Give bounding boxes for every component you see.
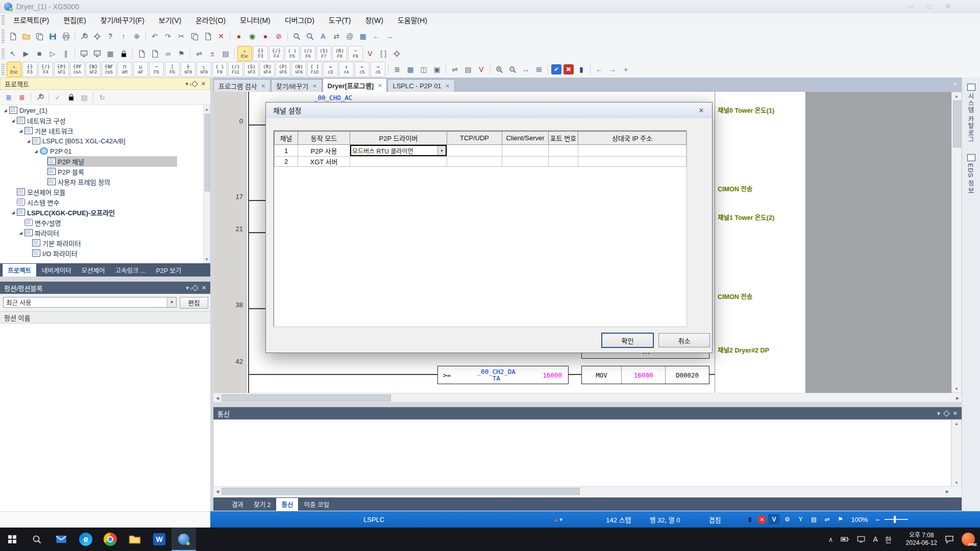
ladder-key-F3[interactable]: ┤├F3: [253, 46, 268, 61]
taskbar-xg5000-icon[interactable]: [172, 528, 196, 551]
menu-보기(V)[interactable]: 보기(V): [152, 13, 188, 27]
ladder-key-F4[interactable]: ┤/├F4: [38, 62, 53, 77]
ladder-key-sF1[interactable]: ┤P├sF1: [54, 62, 69, 77]
io-skip-icon[interactable]: ⇌: [192, 47, 206, 60]
gear-icon[interactable]: ⚙: [781, 514, 793, 524]
ladder-key-sF3[interactable]: (S)sF3: [244, 62, 259, 77]
menu-편집(E)[interactable]: 편집(E): [56, 13, 93, 27]
record2-red-icon[interactable]: ●: [259, 30, 272, 42]
link-icon[interactable]: ∞: [161, 47, 175, 60]
scroll-left-icon[interactable]: ◀: [213, 394, 222, 402]
panel-tab-P2P 보기[interactable]: P2P 보기: [151, 264, 186, 277]
wrench-icon[interactable]: [33, 91, 46, 104]
cell-mode[interactable]: XGT 서버: [298, 157, 350, 167]
monitor-green-icon[interactable]: ◉: [246, 30, 259, 42]
output-tab-결과[interactable]: 결과: [227, 498, 249, 511]
function-list[interactable]: [0, 323, 210, 511]
ladder-key-c3[interactable]: ↔c3: [323, 62, 338, 77]
ime-mode-a[interactable]: A: [873, 535, 877, 543]
output-tab-이중 코일[interactable]: 이중 코일: [299, 498, 334, 511]
chevron-down-icon[interactable]: ▼: [437, 146, 446, 155]
run-icon[interactable]: ▶: [19, 47, 33, 60]
drag-grip[interactable]: [2, 64, 5, 75]
ladder-key-csS[interactable]: ┤NFcsS: [102, 62, 116, 77]
save-icon[interactable]: [46, 30, 59, 42]
target-icon[interactable]: +: [619, 63, 632, 76]
scroll-thumb[interactable]: [205, 114, 210, 191]
fit-width-icon[interactable]: ↔: [519, 63, 532, 76]
drag-grip[interactable]: [2, 48, 5, 59]
scroll-up-icon[interactable]: ▲: [952, 420, 961, 427]
taskbar-clock[interactable]: 오후 7:08 2024-06-12: [906, 532, 937, 547]
v-monitor-icon[interactable]: V: [363, 47, 377, 60]
notification-icon[interactable]: [944, 534, 954, 544]
ladder-key-csA[interactable]: ┤PFcsA: [70, 62, 85, 77]
monitor-icon[interactable]: [77, 47, 90, 60]
function-category-select[interactable]: 최근 사용 ▼: [3, 297, 177, 308]
ladder-key-F5[interactable]: ( )F5: [285, 46, 300, 61]
doc-check-icon[interactable]: [135, 47, 148, 60]
tab-system-catalog[interactable]: 시스템 카탈로그: [966, 93, 975, 143]
tab-close-icon[interactable]: ✕: [446, 83, 450, 89]
module-icon[interactable]: ▤: [78, 91, 91, 104]
cell-remote-ip[interactable]: [578, 145, 687, 157]
tab-close-icon[interactable]: ✕: [261, 83, 265, 89]
comm-output-area[interactable]: [213, 419, 951, 487]
pin-icon[interactable]: [943, 410, 950, 417]
gear-icon[interactable]: [90, 30, 104, 42]
zoom-slider-thumb[interactable]: [894, 516, 896, 523]
scroll-up-icon[interactable]: ▲: [952, 92, 961, 99]
tree-item-변수/설명[interactable]: 변수/설명: [0, 217, 203, 228]
tree-item-기본 파라미터[interactable]: 기본 파라미터: [0, 238, 203, 248]
select-arrow-icon[interactable]: ↖: [6, 47, 19, 60]
ladder-key-c4[interactable]: ↕c4: [339, 62, 354, 77]
tree-item-네트워크 구성[interactable]: ◢네트워크 구성: [0, 115, 203, 126]
dock-menu-icon[interactable]: ▾: [185, 81, 188, 87]
back-icon[interactable]: ←: [370, 30, 383, 42]
dialog-title-bar[interactable]: 채널 설정: [266, 103, 712, 118]
print-icon[interactable]: [59, 30, 72, 42]
zoom-in-icon[interactable]: [493, 63, 506, 76]
ladder-key-sF4[interactable]: (R)sF4: [260, 62, 275, 77]
window-icon[interactable]: ▣: [430, 63, 444, 76]
taskbar-chrome-icon[interactable]: [98, 528, 122, 551]
menu-창(W)[interactable]: 창(W): [358, 13, 390, 27]
find-in-icon[interactable]: [303, 30, 316, 42]
cell-tcpudp[interactable]: [447, 157, 502, 167]
drag-grip[interactable]: [2, 15, 5, 24]
close-panel-icon[interactable]: ✕: [953, 410, 958, 417]
ladder-key-F7[interactable]: (S)F7: [316, 46, 331, 61]
net-view-icon[interactable]: ▤: [219, 47, 232, 60]
tree-item-사용자 프레임 정의[interactable]: 사용자 프레임 정의: [0, 177, 203, 187]
tab-list-icon[interactable]: ▼: [952, 82, 977, 87]
scroll-up-icon[interactable]: ▲: [204, 106, 210, 113]
grid-icon[interactable]: ▦: [356, 30, 370, 42]
flag-icon[interactable]: ⚑: [175, 47, 188, 60]
stop-icon[interactable]: ■: [33, 47, 46, 60]
doc-sync-icon[interactable]: [148, 47, 161, 60]
step-run-icon[interactable]: ▷: [46, 47, 59, 60]
x-box-icon[interactable]: ✖: [564, 64, 574, 74]
ladder-key-sF9[interactable]: ┐sF9: [197, 62, 211, 77]
close-panel-icon[interactable]: ✕: [201, 81, 206, 87]
project-tree-scrollbar[interactable]: ▲ ▼: [203, 105, 210, 263]
scroll-right-icon[interactable]: ▶: [943, 487, 951, 495]
scroll-thumb[interactable]: [222, 488, 580, 495]
driver-select[interactable]: 모드버스 RTU 클라이언 ▼: [350, 145, 447, 156]
menu-프로젝트(P)[interactable]: 프로젝트(P): [6, 13, 56, 27]
tree-item-LSPLC [B0S1 XGL-C42A/B][interactable]: ◢LSPLC [B0S1 XGL-C42A/B]: [0, 136, 203, 146]
pause-icon[interactable]: ∥: [59, 47, 72, 60]
battery-icon[interactable]: [840, 535, 849, 544]
cell-tcpudp[interactable]: [447, 145, 502, 157]
compare-block[interactable]: >= _00_CH2_DA TA 16000: [437, 366, 569, 384]
cell-remote-ip[interactable]: [578, 157, 687, 167]
dock-menu-icon[interactable]: ▾: [937, 410, 940, 417]
cell-port[interactable]: [549, 157, 578, 167]
tree-item-LSPLC(XGK-CPUE)-오프라인[interactable]: ◢LSPLC(XGK-CPUE)-오프라인: [0, 207, 203, 217]
panel-tab-모션제어[interactable]: 모션제어: [77, 264, 110, 277]
scroll-down-icon[interactable]: ▼: [204, 256, 210, 263]
monitor-two-icon[interactable]: [90, 47, 104, 60]
upload-icon[interactable]: ↑: [117, 30, 130, 42]
ladder-key-F10[interactable]: [ ]F10: [307, 62, 322, 77]
ladder-key-Esc[interactable]: ↖Esc: [237, 46, 252, 61]
